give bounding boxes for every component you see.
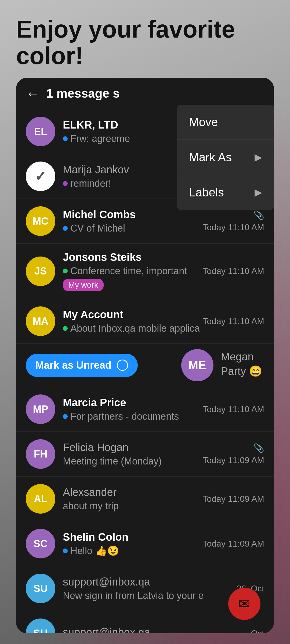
message-sender: My Account: [63, 309, 200, 321]
message-content: Alexsander about my trip: [63, 486, 200, 512]
context-menu-labels[interactable]: Labels ▶: [177, 175, 274, 210]
message-sender-line2: Party 😄: [221, 365, 264, 378]
avatar: ME: [181, 349, 213, 381]
message-content: Shelin Colon Hello 👍😉: [63, 531, 200, 557]
avatar: SU: [26, 574, 55, 603]
unread-dot: [63, 414, 68, 419]
message-sender: support@inbox.qa: [63, 626, 248, 634]
unread-dot: [63, 269, 68, 273]
message-sender: Megan: [221, 351, 264, 363]
message-right: 📎 Today 11:09 AM: [200, 443, 264, 465]
message-item[interactable]: MA My Account About Inbox.qa mobile appl…: [16, 299, 274, 344]
avatar: ✓: [26, 162, 55, 191]
message-time: Today 11:10 AM: [203, 222, 264, 232]
context-menu-move-label: Move: [189, 115, 218, 129]
message-content: support@inbox.qa: [63, 626, 248, 634]
message-preview: For partners - documents: [63, 411, 200, 422]
message-right: Today 11:10 AM: [200, 316, 264, 326]
unread-dot: [63, 326, 68, 331]
avatar: MA: [26, 306, 55, 336]
avatar: SU: [26, 619, 55, 633]
message-item[interactable]: JS Jonsons Steiks Conference time, impor…: [16, 244, 274, 299]
avatar: EL: [26, 117, 55, 146]
message-preview: Meeting time (Monday): [63, 456, 200, 467]
message-right: Today 11:09 AM: [200, 539, 264, 549]
message-time: Today 11:10 AM: [203, 404, 264, 414]
mark-unread-circle: [117, 360, 128, 371]
message-content: Jonsons Steiks Conference time, importan…: [63, 251, 200, 291]
paperclip-icon: 📎: [253, 443, 264, 453]
message-content: Felicia Hogan Meeting time (Monday): [63, 441, 200, 467]
avatar: MC: [26, 206, 55, 236]
message-item[interactable]: Mark as Unread ME Megan Party 😄: [16, 344, 274, 387]
paperclip-icon: 📎: [253, 210, 264, 220]
unread-dot: [63, 136, 68, 141]
compose-fab[interactable]: ✉: [228, 588, 260, 620]
hero-text: Enjoy your favorite color!: [16, 16, 274, 69]
message-item[interactable]: AL Alexsander about my trip Today 11:09 …: [16, 477, 274, 521]
message-time: Today 11:09 AM: [203, 494, 264, 504]
message-preview: Hello 👍😉: [63, 545, 200, 557]
message-right: Today 11:10 AM: [200, 404, 264, 414]
message-preview: Conference time, important: [63, 265, 200, 277]
message-preview: New sign in from Latvia to your e: [63, 590, 233, 601]
avatar: AL: [26, 484, 55, 514]
message-item[interactable]: SC Shelin Colon Hello 👍😉 Today 11:09 AM: [16, 521, 274, 566]
message-item[interactable]: FH Felicia Hogan Meeting time (Monday) 📎…: [16, 432, 274, 477]
unread-dot: [63, 548, 68, 553]
message-content: Megan Party 😄: [221, 351, 264, 380]
context-menu-move[interactable]: Move: [177, 105, 274, 140]
avatar: SC: [26, 529, 55, 558]
avatar: MP: [26, 394, 55, 424]
unread-dot: [63, 181, 68, 186]
message-sender: Marcia Price: [63, 397, 200, 409]
message-preview: About Inbox.qa mobile application: [63, 323, 200, 334]
message-sender: Shelin Colon: [63, 531, 200, 543]
message-preview: about my trip: [63, 500, 200, 512]
message-content: Marcia Price For partners - documents: [63, 397, 200, 422]
tag-badge: My work: [63, 279, 104, 291]
context-menu-labels-arrow: ▶: [255, 187, 262, 198]
message-sender: support@inbox.qa: [63, 576, 233, 588]
message-time: Oct: [251, 628, 264, 634]
context-menu-mark-as-label: Mark As: [189, 151, 232, 164]
context-menu-mark-as[interactable]: Mark As ▶: [177, 140, 274, 175]
message-content: Michel Combs CV of Michel: [63, 208, 200, 234]
message-time: Today 11:09 AM: [203, 455, 264, 465]
message-sender: Michel Combs: [63, 208, 200, 221]
mark-as-unread-button[interactable]: Mark as Unread: [26, 354, 138, 377]
message-preview: CV of Michel: [63, 223, 200, 234]
check-icon: ✓: [35, 168, 46, 184]
message-sender: Alexsander: [63, 486, 200, 498]
avatar: JS: [26, 257, 55, 286]
message-right: Today 11:09 AM: [200, 494, 264, 504]
message-sender: Felicia Hogan: [63, 441, 200, 453]
message-item[interactable]: MP Marcia Price For partners - documents…: [16, 387, 274, 432]
back-button[interactable]: ←: [26, 85, 40, 101]
message-sender: Jonsons Steiks: [63, 251, 200, 263]
message-content: My Account About Inbox.qa mobile applica…: [63, 309, 200, 334]
mark-as-unread-label: Mark as Unread: [35, 360, 111, 371]
message-content: support@inbox.qa New sign in from Latvia…: [63, 576, 233, 601]
message-right: Oct: [248, 628, 264, 634]
message-right: 📎 Today 11:10 AM: [200, 210, 264, 232]
header-title: 1 message s: [46, 86, 120, 101]
message-time: Today 11:09 AM: [203, 539, 264, 549]
message-time: Today 11:10 AM: [203, 266, 264, 276]
context-menu-mark-as-arrow: ▶: [255, 152, 262, 163]
app-card: ← 1 message s Move Mark As ▶ Labels ▶ EL…: [16, 78, 274, 633]
context-menu-labels-label: Labels: [189, 186, 224, 199]
message-time: Today 11:10 AM: [203, 316, 264, 326]
context-menu: Move Mark As ▶ Labels ▶: [177, 105, 274, 210]
avatar: FH: [26, 439, 55, 469]
compose-icon: ✉: [238, 596, 250, 612]
message-right: Today 11:10 AM: [200, 266, 264, 276]
unread-dot: [63, 226, 68, 231]
